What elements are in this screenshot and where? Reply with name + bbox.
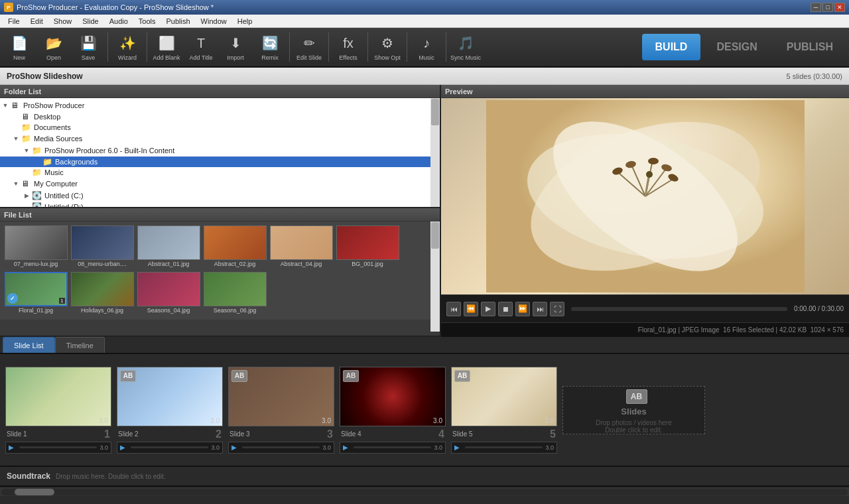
- slide-item[interactable]: 3.0Slide 11▶3.0: [5, 367, 111, 454]
- close-button[interactable]: ✕: [834, 3, 845, 12]
- toolbar-btn-new[interactable]: 📄New: [3, 29, 36, 65]
- slide-item[interactable]: AB3.0Slide 33▶3.0: [228, 367, 334, 454]
- file-scrollbar[interactable]: [430, 221, 440, 332]
- slide-item[interactable]: AB3.0Slide 22▶3.0: [117, 367, 223, 454]
- horizontal-scrollbar[interactable]: [1, 489, 848, 495]
- step-back-button[interactable]: ⏪: [464, 302, 478, 316]
- slide-play-button[interactable]: ▶: [231, 444, 239, 452]
- menubar-item-publish[interactable]: Publish: [161, 15, 196, 28]
- preview-files-selected: 16 Files Selected: [723, 326, 774, 334]
- folder-item[interactable]: ▶💽Untitled (C:): [0, 190, 440, 202]
- maximize-button[interactable]: □: [822, 3, 833, 12]
- toolbar-btn-music[interactable]: ♪Music: [410, 29, 443, 65]
- folder-toggle-icon[interactable]: ▼: [21, 145, 32, 156]
- flower-image: [486, 100, 805, 292]
- file-thumbnail[interactable]: 07_menu-lux.jpg: [3, 224, 69, 271]
- menubar-item-show[interactable]: Show: [48, 15, 78, 28]
- toolbar-btn-add-blank[interactable]: ⬜Add Blank: [150, 29, 183, 65]
- toolbar-separator: [328, 32, 329, 62]
- folder-item[interactable]: 🖥Desktop: [0, 111, 440, 122]
- folder-item[interactable]: ▼🖥ProShow Producer: [0, 99, 440, 111]
- menubar-item-audio[interactable]: Audio: [104, 15, 133, 28]
- folder-item[interactable]: 💽Untitled (D:): [0, 202, 440, 208]
- fullscreen-button[interactable]: ⛶: [550, 302, 564, 316]
- toolbar-btn-show-opt[interactable]: ⚙Show Opt: [371, 29, 404, 65]
- file-thumbnail[interactable]: Abstract_04.jpg: [268, 224, 334, 271]
- slide-item[interactable]: AB3.0Slide 55▶3.0: [451, 367, 557, 454]
- folder-item[interactable]: ▼📁ProShow Producer 6.0 - Built-In Conten…: [0, 145, 440, 157]
- toolbar-btn-remix[interactable]: 🔄Remix: [253, 29, 287, 65]
- skip-start-button[interactable]: ⏮: [446, 302, 461, 316]
- folder-item[interactable]: 📁Music: [0, 167, 440, 178]
- folder-toggle-icon[interactable]: ▼: [11, 133, 21, 144]
- skip-end-button[interactable]: ⏭: [533, 302, 547, 316]
- file-thumbnail[interactable]: BG_001.jpg: [334, 224, 401, 271]
- tab-slide-list[interactable]: Slide List: [3, 337, 55, 353]
- file-thumbnail[interactable]: Abstract_01.jpg: [135, 224, 202, 271]
- file-thumbnail[interactable]: Seasons_06.jpg: [202, 271, 268, 317]
- toolbar-btn-wizard[interactable]: ✨Wizard: [111, 29, 144, 65]
- mode-button-design[interactable]: DESIGN: [703, 34, 770, 60]
- slide-thumbnail-container: AB3.0: [117, 367, 223, 426]
- folder-item[interactable]: 📁Backgrounds: [0, 157, 440, 167]
- stop-button[interactable]: ⏹: [498, 302, 513, 316]
- slide-play-button[interactable]: ▶: [9, 444, 17, 452]
- preview-sep3: |: [774, 326, 779, 334]
- folder-item[interactable]: ▼📁Media Sources: [0, 133, 440, 145]
- slide-number: 2: [216, 428, 222, 440]
- preview-header: Preview: [441, 85, 849, 98]
- folder-toggle-icon[interactable]: ▼: [0, 100, 11, 111]
- slide-duration-bar: ▶3.0: [228, 442, 334, 454]
- folder-scrollbar[interactable]: [430, 98, 440, 208]
- file-thumbnail[interactable]: 08_menu-urban....: [69, 224, 135, 271]
- mode-button-build[interactable]: BUILD: [642, 34, 701, 60]
- menubar-item-file[interactable]: File: [3, 15, 25, 28]
- step-forward-button[interactable]: ⏩: [515, 302, 530, 316]
- folder-list: Folder List ▼🖥ProShow Producer🖥Desktop📁D…: [0, 85, 440, 208]
- thumb-image: [5, 225, 68, 260]
- menubar-item-tools[interactable]: Tools: [133, 15, 161, 28]
- slide-item[interactable]: AB3.0Slide 44▶3.0: [340, 367, 446, 454]
- toolbar-btn-import[interactable]: ⬇Import: [219, 29, 252, 65]
- menubar-item-slide[interactable]: Slide: [77, 15, 103, 28]
- file-thumbnail[interactable]: ✓1Floral_01.jpg: [3, 271, 69, 317]
- file-thumbnail[interactable]: Seasons_04.jpg: [135, 271, 202, 317]
- tab-timeline[interactable]: Timeline: [55, 337, 105, 353]
- empty-slide-placeholder[interactable]: AB Slides Drop photos / videos here Doub…: [562, 386, 705, 434]
- slide-play-button[interactable]: ▶: [343, 444, 351, 452]
- menubar-item-help[interactable]: Help: [232, 15, 258, 28]
- bottom-scrollbar[interactable]: [0, 487, 849, 496]
- folder-item[interactable]: ▼🖥My Computer: [0, 178, 440, 190]
- file-scroll-thumb[interactable]: [431, 222, 439, 249]
- folder-item[interactable]: 📁Documents: [0, 122, 440, 133]
- horizontal-scroll-thumb[interactable]: [15, 489, 54, 495]
- slide-play-button[interactable]: ▶: [454, 444, 462, 452]
- play-button[interactable]: ▶: [481, 302, 495, 316]
- thumb-image: [71, 272, 134, 306]
- folder-scroll-thumb[interactable]: [431, 99, 439, 125]
- remix-label: Remix: [261, 55, 279, 62]
- toolbar-btn-open[interactable]: 📂Open: [37, 29, 70, 65]
- slide-duration-track: [19, 446, 97, 448]
- mode-button-publish[interactable]: PUBLISH: [773, 34, 846, 60]
- toolbar-btn-sync-music[interactable]: 🎵Sync Music: [449, 29, 482, 65]
- menubar-item-window[interactable]: Window: [196, 15, 232, 28]
- preview-progress-bar[interactable]: [571, 307, 787, 311]
- toolbar-btn-effects[interactable]: fxEffects: [332, 29, 365, 65]
- toolbar-btn-add-title[interactable]: TAdd Title: [184, 29, 218, 65]
- slide-overlay-duration: 3.0: [210, 417, 220, 424]
- folder-toggle-icon[interactable]: ▶: [21, 190, 32, 201]
- show-opt-icon: ⚙: [377, 32, 398, 54]
- toolbar-btn-save[interactable]: 💾Save: [72, 29, 105, 65]
- minimize-button[interactable]: ─: [811, 3, 821, 12]
- file-thumbnail[interactable]: Holidays_06.jpg: [69, 271, 135, 317]
- slide-play-button[interactable]: ▶: [120, 444, 128, 452]
- import-label: Import: [227, 55, 244, 62]
- wizard-icon: ✨: [117, 32, 138, 54]
- file-thumbnail[interactable]: Abstract_02.jpg: [202, 224, 268, 271]
- toolbar-separator: [147, 32, 147, 62]
- toolbar-btn-edit-slide[interactable]: ✏Edit Slide: [293, 29, 326, 65]
- folder-toggle-icon[interactable]: ▼: [11, 178, 21, 189]
- menubar-item-edit[interactable]: Edit: [25, 15, 48, 28]
- folder-tree[interactable]: ▼🖥ProShow Producer🖥Desktop📁Documents▼📁Me…: [0, 98, 440, 208]
